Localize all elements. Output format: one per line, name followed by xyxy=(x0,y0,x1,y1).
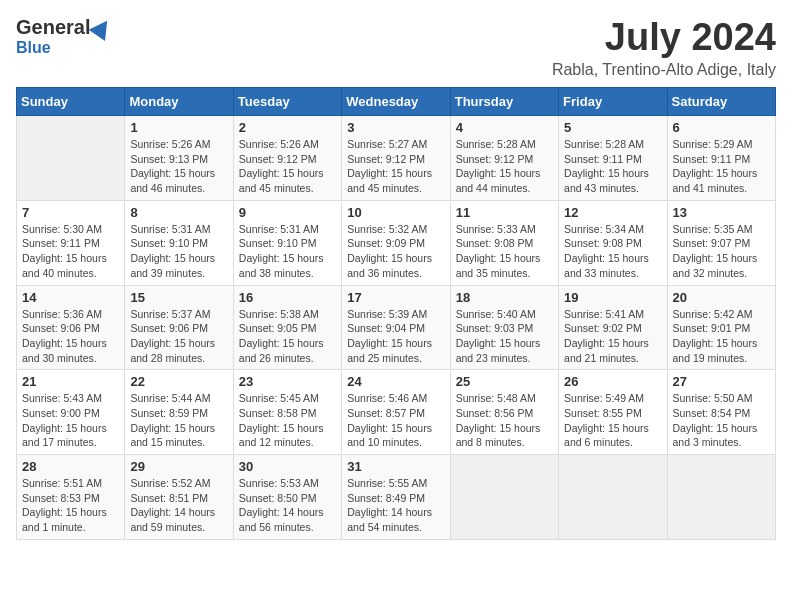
day-number: 31 xyxy=(347,459,444,474)
day-info: Sunrise: 5:33 AM Sunset: 9:08 PM Dayligh… xyxy=(456,222,553,281)
day-info: Sunrise: 5:26 AM Sunset: 9:13 PM Dayligh… xyxy=(130,137,227,196)
calendar-cell: 29Sunrise: 5:52 AM Sunset: 8:51 PM Dayli… xyxy=(125,455,233,540)
calendar-cell: 2Sunrise: 5:26 AM Sunset: 9:12 PM Daylig… xyxy=(233,116,341,201)
calendar-cell: 4Sunrise: 5:28 AM Sunset: 9:12 PM Daylig… xyxy=(450,116,558,201)
calendar-cell: 5Sunrise: 5:28 AM Sunset: 9:11 PM Daylig… xyxy=(559,116,667,201)
calendar-cell: 7Sunrise: 5:30 AM Sunset: 9:11 PM Daylig… xyxy=(17,200,125,285)
calendar-cell: 30Sunrise: 5:53 AM Sunset: 8:50 PM Dayli… xyxy=(233,455,341,540)
day-info: Sunrise: 5:43 AM Sunset: 9:00 PM Dayligh… xyxy=(22,391,119,450)
calendar-cell: 24Sunrise: 5:46 AM Sunset: 8:57 PM Dayli… xyxy=(342,370,450,455)
calendar-cell xyxy=(667,455,775,540)
day-number: 13 xyxy=(673,205,770,220)
calendar-cell xyxy=(559,455,667,540)
day-info: Sunrise: 5:48 AM Sunset: 8:56 PM Dayligh… xyxy=(456,391,553,450)
calendar-cell: 6Sunrise: 5:29 AM Sunset: 9:11 PM Daylig… xyxy=(667,116,775,201)
weekday-header: Thursday xyxy=(450,88,558,116)
day-info: Sunrise: 5:55 AM Sunset: 8:49 PM Dayligh… xyxy=(347,476,444,535)
day-info: Sunrise: 5:49 AM Sunset: 8:55 PM Dayligh… xyxy=(564,391,661,450)
calendar-cell: 1Sunrise: 5:26 AM Sunset: 9:13 PM Daylig… xyxy=(125,116,233,201)
calendar-table: SundayMondayTuesdayWednesdayThursdayFrid… xyxy=(16,87,776,540)
day-info: Sunrise: 5:50 AM Sunset: 8:54 PM Dayligh… xyxy=(673,391,770,450)
calendar-cell: 23Sunrise: 5:45 AM Sunset: 8:58 PM Dayli… xyxy=(233,370,341,455)
calendar-cell: 17Sunrise: 5:39 AM Sunset: 9:04 PM Dayli… xyxy=(342,285,450,370)
page-header: General Blue July 2024 Rabla, Trentino-A… xyxy=(16,16,776,79)
calendar-cell: 9Sunrise: 5:31 AM Sunset: 9:10 PM Daylig… xyxy=(233,200,341,285)
day-number: 15 xyxy=(130,290,227,305)
logo: General Blue xyxy=(16,16,112,57)
calendar-cell xyxy=(17,116,125,201)
day-info: Sunrise: 5:28 AM Sunset: 9:12 PM Dayligh… xyxy=(456,137,553,196)
day-info: Sunrise: 5:36 AM Sunset: 9:06 PM Dayligh… xyxy=(22,307,119,366)
calendar-cell: 26Sunrise: 5:49 AM Sunset: 8:55 PM Dayli… xyxy=(559,370,667,455)
day-number: 8 xyxy=(130,205,227,220)
day-number: 16 xyxy=(239,290,336,305)
day-info: Sunrise: 5:46 AM Sunset: 8:57 PM Dayligh… xyxy=(347,391,444,450)
day-number: 19 xyxy=(564,290,661,305)
day-info: Sunrise: 5:42 AM Sunset: 9:01 PM Dayligh… xyxy=(673,307,770,366)
calendar-cell: 20Sunrise: 5:42 AM Sunset: 9:01 PM Dayli… xyxy=(667,285,775,370)
day-number: 22 xyxy=(130,374,227,389)
day-number: 27 xyxy=(673,374,770,389)
day-number: 6 xyxy=(673,120,770,135)
day-number: 7 xyxy=(22,205,119,220)
day-info: Sunrise: 5:39 AM Sunset: 9:04 PM Dayligh… xyxy=(347,307,444,366)
day-number: 11 xyxy=(456,205,553,220)
day-number: 18 xyxy=(456,290,553,305)
calendar-week: 21Sunrise: 5:43 AM Sunset: 9:00 PM Dayli… xyxy=(17,370,776,455)
location-title: Rabla, Trentino-Alto Adige, Italy xyxy=(552,61,776,79)
calendar-cell: 14Sunrise: 5:36 AM Sunset: 9:06 PM Dayli… xyxy=(17,285,125,370)
day-info: Sunrise: 5:44 AM Sunset: 8:59 PM Dayligh… xyxy=(130,391,227,450)
day-info: Sunrise: 5:41 AM Sunset: 9:02 PM Dayligh… xyxy=(564,307,661,366)
calendar-cell: 18Sunrise: 5:40 AM Sunset: 9:03 PM Dayli… xyxy=(450,285,558,370)
day-number: 26 xyxy=(564,374,661,389)
day-info: Sunrise: 5:29 AM Sunset: 9:11 PM Dayligh… xyxy=(673,137,770,196)
calendar-cell: 10Sunrise: 5:32 AM Sunset: 9:09 PM Dayli… xyxy=(342,200,450,285)
day-info: Sunrise: 5:51 AM Sunset: 8:53 PM Dayligh… xyxy=(22,476,119,535)
weekday-header: Monday xyxy=(125,88,233,116)
calendar-week: 1Sunrise: 5:26 AM Sunset: 9:13 PM Daylig… xyxy=(17,116,776,201)
calendar-cell: 27Sunrise: 5:50 AM Sunset: 8:54 PM Dayli… xyxy=(667,370,775,455)
weekday-header: Saturday xyxy=(667,88,775,116)
calendar-cell: 22Sunrise: 5:44 AM Sunset: 8:59 PM Dayli… xyxy=(125,370,233,455)
day-info: Sunrise: 5:27 AM Sunset: 9:12 PM Dayligh… xyxy=(347,137,444,196)
day-number: 29 xyxy=(130,459,227,474)
calendar-cell: 3Sunrise: 5:27 AM Sunset: 9:12 PM Daylig… xyxy=(342,116,450,201)
day-info: Sunrise: 5:40 AM Sunset: 9:03 PM Dayligh… xyxy=(456,307,553,366)
calendar-cell: 25Sunrise: 5:48 AM Sunset: 8:56 PM Dayli… xyxy=(450,370,558,455)
day-number: 28 xyxy=(22,459,119,474)
calendar-cell xyxy=(450,455,558,540)
day-info: Sunrise: 5:32 AM Sunset: 9:09 PM Dayligh… xyxy=(347,222,444,281)
calendar-week: 14Sunrise: 5:36 AM Sunset: 9:06 PM Dayli… xyxy=(17,285,776,370)
calendar-header: SundayMondayTuesdayWednesdayThursdayFrid… xyxy=(17,88,776,116)
day-info: Sunrise: 5:52 AM Sunset: 8:51 PM Dayligh… xyxy=(130,476,227,535)
day-info: Sunrise: 5:37 AM Sunset: 9:06 PM Dayligh… xyxy=(130,307,227,366)
logo-icon xyxy=(89,14,116,40)
calendar-cell: 12Sunrise: 5:34 AM Sunset: 9:08 PM Dayli… xyxy=(559,200,667,285)
day-info: Sunrise: 5:53 AM Sunset: 8:50 PM Dayligh… xyxy=(239,476,336,535)
day-info: Sunrise: 5:35 AM Sunset: 9:07 PM Dayligh… xyxy=(673,222,770,281)
day-number: 30 xyxy=(239,459,336,474)
calendar-cell: 19Sunrise: 5:41 AM Sunset: 9:02 PM Dayli… xyxy=(559,285,667,370)
day-info: Sunrise: 5:26 AM Sunset: 9:12 PM Dayligh… xyxy=(239,137,336,196)
day-info: Sunrise: 5:31 AM Sunset: 9:10 PM Dayligh… xyxy=(239,222,336,281)
day-number: 9 xyxy=(239,205,336,220)
day-number: 1 xyxy=(130,120,227,135)
day-info: Sunrise: 5:28 AM Sunset: 9:11 PM Dayligh… xyxy=(564,137,661,196)
day-number: 20 xyxy=(673,290,770,305)
day-number: 3 xyxy=(347,120,444,135)
weekday-header: Wednesday xyxy=(342,88,450,116)
weekday-header: Tuesday xyxy=(233,88,341,116)
weekday-header: Sunday xyxy=(17,88,125,116)
day-info: Sunrise: 5:34 AM Sunset: 9:08 PM Dayligh… xyxy=(564,222,661,281)
calendar-cell: 13Sunrise: 5:35 AM Sunset: 9:07 PM Dayli… xyxy=(667,200,775,285)
day-number: 24 xyxy=(347,374,444,389)
calendar-cell: 16Sunrise: 5:38 AM Sunset: 9:05 PM Dayli… xyxy=(233,285,341,370)
day-number: 21 xyxy=(22,374,119,389)
day-number: 23 xyxy=(239,374,336,389)
day-info: Sunrise: 5:45 AM Sunset: 8:58 PM Dayligh… xyxy=(239,391,336,450)
calendar-cell: 15Sunrise: 5:37 AM Sunset: 9:06 PM Dayli… xyxy=(125,285,233,370)
day-number: 4 xyxy=(456,120,553,135)
day-info: Sunrise: 5:30 AM Sunset: 9:11 PM Dayligh… xyxy=(22,222,119,281)
day-number: 10 xyxy=(347,205,444,220)
title-section: July 2024 Rabla, Trentino-Alto Adige, It… xyxy=(552,16,776,79)
